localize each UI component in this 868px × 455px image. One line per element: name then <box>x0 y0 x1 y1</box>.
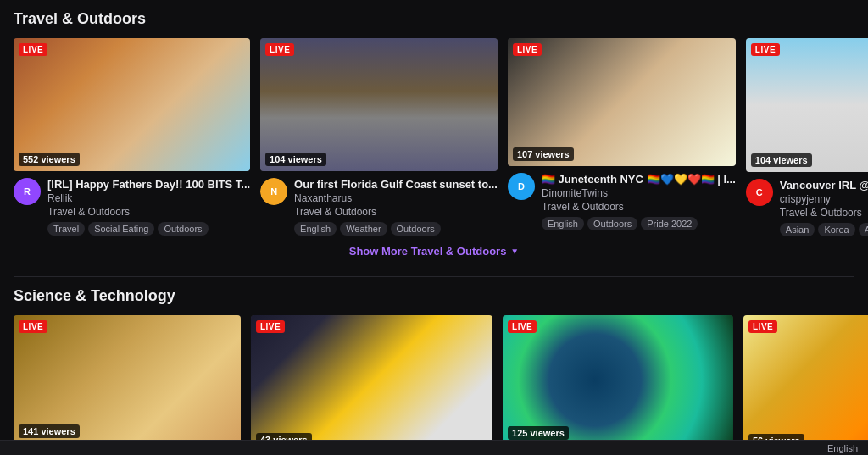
card-thumbnail: LIVE107 viewers <box>508 38 736 166</box>
tag-list: TravelSocial EatingOutdoors <box>47 222 250 236</box>
tag-list: EnglishOutdoorsPride 2022 <box>542 217 736 230</box>
live-badge: LIVE <box>265 43 294 56</box>
streamer-name[interactable]: Naxantharus <box>294 192 498 204</box>
card-science-technology-2[interactable]: LIVE125 viewersDLive Earthquakes 24/7 --… <box>503 315 733 455</box>
streamer-name[interactable]: DinomiteTwins <box>542 187 736 199</box>
section-travel-outdoors: Travel & OutdoorsLIVE552 viewersR[IRL] H… <box>0 0 868 276</box>
thumbnail-image <box>14 38 250 171</box>
card-science-technology-1[interactable]: LIVE43 viewersL:) Let's attempt a Robosa… <box>251 315 492 455</box>
viewer-count: 125 viewers <box>508 426 569 440</box>
stream-title: 🏳️‍🌈 Juneteenth NYC 🏳️‍🌈💙💛❤️🏳️‍🌈 | l... <box>542 173 736 186</box>
live-badge: LIVE <box>19 320 47 333</box>
tag[interactable]: Outdoors <box>158 222 208 236</box>
tag[interactable]: English <box>294 222 337 236</box>
thumbnail-image <box>743 315 868 452</box>
show-more-label: Show More Travel & Outdoors <box>349 245 507 258</box>
live-badge: LIVE <box>513 43 542 56</box>
live-badge: LIVE <box>256 320 285 333</box>
card-meta: Our first Florida Gulf Coast sunset to..… <box>294 178 498 236</box>
tag[interactable]: Pride 2022 <box>641 217 698 230</box>
thumbnail-image <box>746 38 868 172</box>
card-thumbnail: LIVE104 viewers <box>260 38 498 171</box>
avatar: N <box>260 178 287 205</box>
card-thumbnail: LIVE141 viewers <box>14 315 241 443</box>
section-title-science-technology: Science & Technology <box>14 287 854 305</box>
stream-category[interactable]: Travel & Outdoors <box>542 201 736 213</box>
streamer-name[interactable]: Rellik <box>47 192 250 204</box>
tag[interactable]: Social Eating <box>88 222 154 236</box>
tag[interactable]: Outdoors <box>391 222 441 236</box>
cards-row-travel-outdoors: LIVE552 viewersR[IRL] Happy Fathers Day!… <box>14 38 854 236</box>
tag[interactable]: Outdoors <box>587 217 637 230</box>
viewer-count: 141 viewers <box>19 424 80 438</box>
tag-list: EnglishWeatherOutdoors <box>294 222 498 236</box>
show-more-row: Show More Travel & Outdoors▼ <box>14 236 854 269</box>
tag[interactable]: Asian <box>780 223 815 236</box>
card-info: NOur first Florida Gulf Coast sunset to.… <box>260 178 498 236</box>
card-travel-outdoors-3[interactable]: LIVE104 viewersCVancouver IRL @GeezGisel… <box>746 38 868 236</box>
section-science-technology: Science & TechnologyLIVE141 viewersPDINO… <box>0 277 868 455</box>
tag[interactable]: Travel <box>47 222 85 236</box>
cards-row-science-technology: LIVE141 viewersPDINOSAUR STREAM 🦕🦖 Answe… <box>14 315 854 455</box>
live-badge: LIVE <box>19 43 47 56</box>
stream-category[interactable]: Travel & Outdoors <box>294 206 498 218</box>
card-thumbnail: LIVE56 viewers <box>743 315 868 452</box>
tag[interactable]: Weather <box>340 222 387 236</box>
live-badge: LIVE <box>748 320 777 333</box>
tag[interactable]: AMA <box>859 223 868 236</box>
card-thumbnail: LIVE104 viewers <box>746 38 868 172</box>
card-meta: [IRL] Happy Fathers Day!! 100 BITS T...R… <box>47 178 250 236</box>
stream-category[interactable]: Travel & Outdoors <box>780 207 868 219</box>
avatar: C <box>746 179 773 206</box>
stream-category[interactable]: Travel & Outdoors <box>47 206 250 218</box>
thumbnail-image <box>251 315 492 451</box>
card-travel-outdoors-1[interactable]: LIVE104 viewersNOur first Florida Gulf C… <box>260 38 498 236</box>
tag[interactable]: English <box>542 217 584 230</box>
footer-language: English <box>827 443 858 453</box>
tag-list: AsianKoreaAMACanada <box>780 223 868 236</box>
card-thumbnail: LIVE43 viewers <box>251 315 492 451</box>
card-thumbnail: LIVE125 viewers <box>503 315 733 445</box>
viewer-count: 104 viewers <box>265 153 326 166</box>
card-travel-outdoors-0[interactable]: LIVE552 viewersR[IRL] Happy Fathers Day!… <box>14 38 250 236</box>
viewer-count: 104 viewers <box>751 153 812 167</box>
stream-title: Our first Florida Gulf Coast sunset to..… <box>294 178 498 191</box>
footer-bar: English <box>0 440 868 455</box>
avatar: R <box>14 178 41 205</box>
card-info: R[IRL] Happy Fathers Day!! 100 BITS T...… <box>14 178 250 236</box>
card-science-technology-0[interactable]: LIVE141 viewersPDINOSAUR STREAM 🦕🦖 Answe… <box>14 315 241 455</box>
streamer-name[interactable]: crispyjenny <box>780 193 868 205</box>
show-more-button[interactable]: Show More Travel & Outdoors▼ <box>349 245 520 258</box>
stream-title: Vancouver IRL @GeezGiselle | $1/100... <box>780 179 868 191</box>
card-meta: 🏳️‍🌈 Juneteenth NYC 🏳️‍🌈💙💛❤️🏳️‍🌈 | l...D… <box>542 173 736 230</box>
live-badge: LIVE <box>751 43 780 56</box>
card-info: CVancouver IRL @GeezGiselle | $1/100...c… <box>746 179 868 236</box>
card-science-technology-3[interactable]: LIVE56 viewersSSciArt Sunday! Working on… <box>743 315 868 455</box>
thumbnail-image <box>260 38 498 171</box>
tag[interactable]: Korea <box>818 223 854 236</box>
card-thumbnail: LIVE552 viewers <box>14 38 250 171</box>
viewer-count: 552 viewers <box>19 153 80 166</box>
card-meta: Vancouver IRL @GeezGiselle | $1/100...cr… <box>780 179 868 236</box>
card-travel-outdoors-2[interactable]: LIVE107 viewersD🏳️‍🌈 Juneteenth NYC 🏳️‍🌈… <box>508 38 736 236</box>
card-info: D🏳️‍🌈 Juneteenth NYC 🏳️‍🌈💙💛❤️🏳️‍🌈 | l...… <box>508 173 736 230</box>
section-title-travel-outdoors: Travel & Outdoors <box>14 10 854 28</box>
chevron-down-icon: ▼ <box>510 247 519 256</box>
avatar: D <box>508 173 535 200</box>
stream-title: [IRL] Happy Fathers Day!! 100 BITS T... <box>47 178 250 191</box>
viewer-count: 107 viewers <box>513 147 574 161</box>
live-badge: LIVE <box>508 320 537 333</box>
